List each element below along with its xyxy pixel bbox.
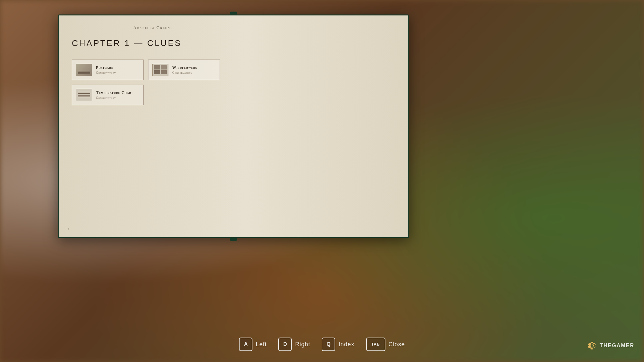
control-index-label: Index [338,341,354,348]
clue-location-wildflowers: Conservatory [172,71,197,74]
clue-name-wildflowers: Wildflowers [172,65,197,70]
book-bottom-notch [230,237,237,241]
controls-bar: A Left D Right Q Index TAB Close [0,327,644,362]
clue-thumb-temperature-chart [76,89,92,101]
key-q-label: Q [327,341,330,347]
clue-thumb-postcard [76,64,92,76]
page-right [246,15,408,237]
thumb-cell-3 [154,70,160,74]
clue-name-temperature-chart: Temperature Chart [96,90,133,95]
clue-item-postcard[interactable]: Postcard Conservatory [72,60,144,80]
thumb-cell-4 [161,70,167,74]
page-left: Arabella Greene Chapter 1 — Clues Postca… [59,15,246,237]
book-top-notch [230,12,237,15]
key-a[interactable]: A [239,338,252,351]
thumb-cell-2 [161,65,167,70]
thegamer-logo: TheGamer [587,340,634,351]
gear-icon [587,340,597,351]
control-close-label: Close [389,341,405,348]
control-right: D Right [278,338,310,351]
author-name: Arabella Greene [72,25,234,30]
clue-name-postcard: Postcard [96,65,116,70]
clue-item-temperature-chart[interactable]: Temperature Chart Conservatory [72,85,144,105]
clue-text-wildflowers: Wildflowers Conservatory [172,65,197,74]
key-q[interactable]: Q [322,338,335,351]
key-d[interactable]: D [278,338,292,351]
control-right-label: Right [295,341,310,348]
chapter-title: Chapter 1 — Clues [72,38,234,48]
clues-grid: Postcard Conservatory Wildflowers Conser… [72,60,220,105]
clue-location-postcard: Conservatory [96,71,116,74]
control-left-label: Left [256,341,267,348]
book: Arabella Greene Chapter 1 — Clues Postca… [58,14,409,238]
clue-text-postcard: Postcard Conservatory [96,65,116,74]
branding-name: TheGamer [600,343,634,348]
clue-item-wildflowers[interactable]: Wildflowers Conservatory [148,60,220,80]
control-close: TAB Close [366,338,405,351]
corner-mark: ✦ · [67,227,71,231]
thumb-cell-1 [154,65,160,70]
key-a-label: A [244,341,248,347]
key-d-label: D [283,341,287,347]
clue-location-temperature-chart: Conservatory [96,96,133,99]
clue-thumb-wildflowers [152,64,168,76]
key-tab-label: TAB [371,342,380,347]
control-index: Q Index [322,338,354,351]
key-tab[interactable]: TAB [366,338,385,351]
control-left: A Left [239,338,267,351]
clue-text-temperature-chart: Temperature Chart Conservatory [96,90,133,99]
